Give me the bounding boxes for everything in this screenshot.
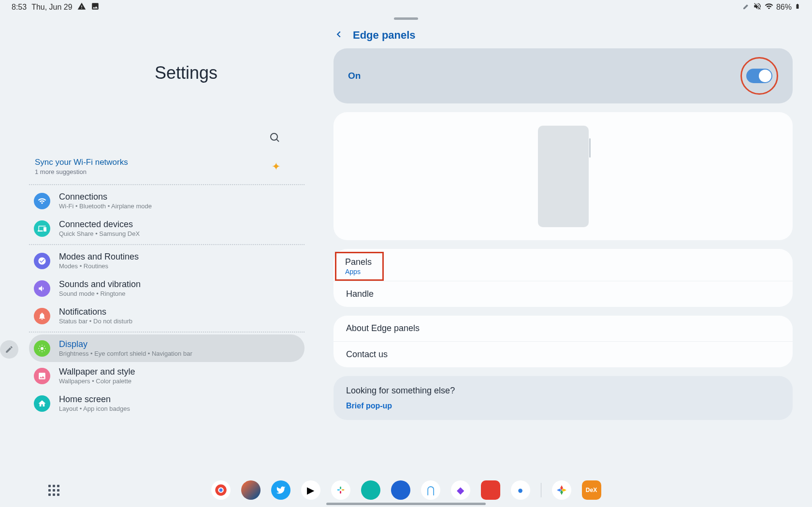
hint-title: Looking for something else? [346,386,780,396]
svg-rect-8 [340,491,341,494]
battery-icon [795,2,800,13]
preview-phone [538,126,589,227]
sparkle-icon: ✦ [272,160,280,173]
dex-icon[interactable]: DeX [582,480,601,500]
edit-fab[interactable] [0,340,18,359]
routines-icon [34,253,50,269]
panels-row[interactable]: Panels Apps [345,257,372,275]
home-icon [34,395,50,412]
devices-icon [34,220,50,237]
detail-title: Edge panels [353,29,416,42]
svg-point-2 [41,347,44,350]
bell-icon [34,308,50,324]
highlight-box: Panels Apps [335,252,384,281]
app-icon-2[interactable]: ▶ [301,480,320,500]
photos-icon[interactable] [552,480,571,500]
hint-card: Looking for something else? Brief pop-up [334,376,793,420]
chrome-icon[interactable] [211,480,231,500]
contact-row[interactable]: Contact us [334,342,793,367]
app-icon-8[interactable]: ● [511,480,530,500]
sidebar-item-sounds[interactable]: Sounds and vibrationSound mode • Rington… [29,275,304,302]
settings-sidebar: Settings Sync your Wi-Fi networks 1 more… [29,29,319,459]
wifi-icon [765,2,773,13]
suggestion-sub: 1 more suggestion [35,168,128,175]
suggestion-title: Sync your Wi-Fi networks [35,158,128,167]
taskbar-separator [541,483,541,497]
status-bar: 8:53 Thu, Jun 29 86% [0,0,812,14]
divider [29,244,304,245]
about-row[interactable]: About Edge panels [334,316,793,341]
app-icon-6[interactable]: ◆ [451,480,470,500]
twitter-icon[interactable] [271,480,290,500]
battery-text: 86% [776,3,792,12]
status-time: 8:53 [12,3,27,12]
about-card: About Edge panels Contact us [334,316,793,367]
detail-pane: Edge panels On Panels Apps [319,29,793,459]
svg-line-1 [277,140,279,142]
mute-icon [753,2,762,13]
suggestion-row[interactable]: Sync your Wi-Fi networks 1 more suggesti… [29,153,304,182]
search-button[interactable] [29,131,280,143]
preview-card [334,112,793,240]
app-icon-7[interactable] [481,480,500,500]
highlight-circle [740,57,778,95]
svg-rect-7 [340,487,341,490]
sidebar-item-display[interactable]: DisplayBrightness • Eye comfort shield •… [29,334,304,362]
page-title: Settings [155,63,304,83]
edge-panels-toggle[interactable] [746,69,772,83]
divider [29,184,304,185]
sidebar-item-homescreen[interactable]: Home screenLayout • App icon badges [29,390,304,417]
wifi-icon [34,193,50,209]
svg-rect-5 [337,489,340,491]
handle-row[interactable]: Handle [334,281,793,307]
back-button[interactable] [334,29,344,42]
status-date: Thu, Jun 29 [31,3,72,12]
sidebar-item-connected-devices[interactable]: Connected devicesQuick Share • Samsung D… [29,215,304,242]
panels-card: Panels Apps Handle [334,249,793,307]
taskbar: ▶ ⋂ ◆ ● DeX [0,473,812,507]
app-icon-5[interactable]: ⋂ [421,480,440,500]
svg-rect-6 [341,489,344,491]
nav-bar[interactable] [326,503,486,505]
sound-icon [34,280,50,297]
hint-link[interactable]: Brief pop-up [346,402,780,410]
drag-handle[interactable] [394,17,418,20]
image-icon [34,368,50,384]
app-icon-1[interactable] [241,480,261,500]
apps-button[interactable] [48,485,59,496]
sidebar-item-modes[interactable]: Modes and RoutinesModes • Routines [29,247,304,275]
image-icon [91,2,100,13]
sidebar-item-connections[interactable]: ConnectionsWi-Fi • Bluetooth • Airplane … [29,187,304,215]
svg-point-4 [218,488,223,492]
sun-icon [34,340,50,357]
warning-icon [77,2,86,13]
pen-icon [742,2,750,12]
app-icon-4[interactable] [391,480,410,500]
sidebar-item-wallpaper[interactable]: Wallpaper and styleWallpapers • Color pa… [29,362,304,390]
svg-point-0 [271,133,277,140]
sidebar-item-notifications[interactable]: NotificationsStatus bar • Do not disturb [29,302,304,330]
divider [29,332,304,333]
toggle-card: On [334,48,793,103]
slack-icon[interactable] [331,480,350,500]
toggle-label: On [348,71,361,81]
app-icon-3[interactable] [361,480,380,500]
